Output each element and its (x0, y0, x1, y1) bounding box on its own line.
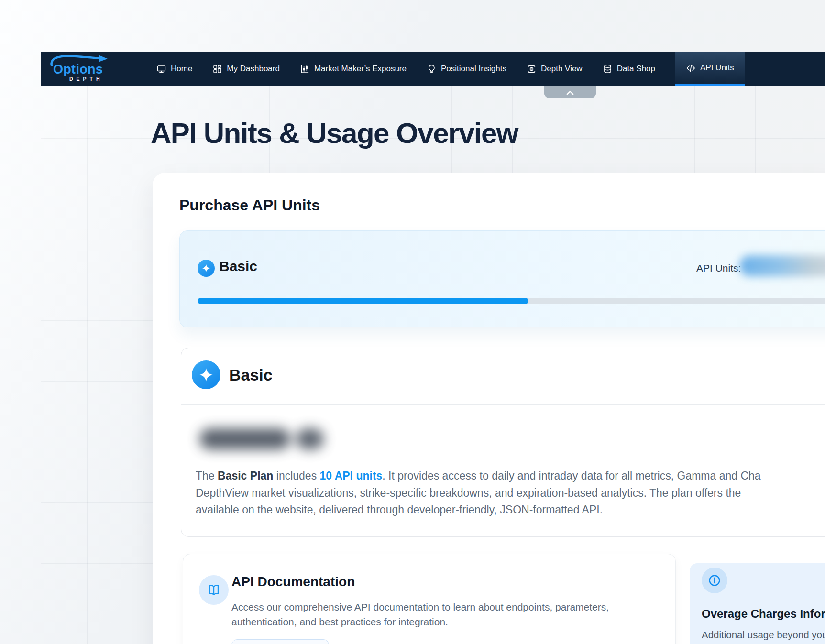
lightbulb-icon (427, 64, 437, 74)
database-icon (603, 64, 613, 74)
nav-label: My Dashboard (227, 64, 280, 74)
nav-item-my-dashboard[interactable]: My Dashboard (212, 64, 280, 74)
info-icon (708, 574, 721, 587)
redacted-blob (296, 428, 324, 449)
plan-badge-icon (198, 260, 215, 277)
plan-detail-header: Basic (181, 348, 825, 405)
plan-price-redacted (199, 418, 325, 459)
nav-item-api-units-active[interactable]: API Units (675, 52, 745, 86)
doc-icon-circle (199, 575, 229, 605)
top-navbar: Options DEPTH Home My Dashboard (41, 52, 825, 86)
sparkle-icon (199, 368, 213, 382)
brand-name: Options (53, 62, 103, 77)
nav-label: Market Maker’s Exposure (314, 64, 407, 74)
code-icon (686, 63, 696, 73)
depth-eye-icon (527, 64, 537, 74)
nav-item-home[interactable]: Home (156, 64, 192, 74)
monitor-icon (156, 64, 166, 74)
plan-description-line-2: DepthView market visualizations, strike-… (196, 485, 825, 502)
nav-item-market-makers-exposure[interactable]: Market Maker’s Exposure (300, 64, 407, 74)
nav-label: API Units (700, 63, 734, 73)
doc-body: Access our comprehensive API documentati… (231, 600, 609, 629)
plan-name: Basic (219, 258, 257, 274)
overage-title: Overage Charges Information (702, 607, 825, 621)
brand-subname: DEPTH (69, 76, 103, 82)
nav-item-depth-view[interactable]: Depth View (527, 64, 583, 74)
brand-logo[interactable]: Options DEPTH (47, 52, 119, 86)
candlestick-icon (300, 64, 310, 74)
api-documentation-card: API Documentation Access our comprehensi… (183, 554, 676, 644)
nav-label: Depth View (541, 64, 583, 74)
nav-label: Data Shop (617, 64, 655, 74)
redacted-blob (199, 428, 290, 449)
view-documentation-button-partial[interactable] (231, 639, 329, 644)
open-book-icon (207, 583, 221, 597)
chevron-up-icon (565, 89, 575, 96)
sparkle-icon (202, 264, 210, 273)
plan-title: Basic (229, 366, 273, 384)
api-usage-progress (198, 298, 825, 304)
plan-description-line-3: available on the website, delivered thro… (196, 502, 825, 519)
api-units-value-redacted (739, 255, 825, 276)
api-usage-panel: Basic API Units: (179, 230, 825, 327)
doc-body-line-1: Access our comprehensive API documentati… (231, 600, 609, 615)
doc-body-line-2: authentication, and best practices for i… (231, 615, 609, 630)
plan-detail-card: Basic The Basic Plan includes 10 API uni… (181, 348, 825, 537)
nav-label: Positional Insights (441, 64, 506, 74)
overage-icon-circle (702, 568, 727, 593)
plan-icon (192, 360, 220, 389)
api-usage-progress-fill (198, 298, 528, 304)
plan-description: The Basic Plan includes 10 API units. It… (196, 468, 825, 519)
nav-label: Home (171, 64, 192, 74)
overage-body: Additional usage beyond your r (702, 629, 825, 641)
navbar-collapse-pill[interactable] (544, 86, 596, 98)
nav-item-data-shop[interactable]: Data Shop (603, 64, 655, 74)
purchase-section-card: Purchase API Units Basic API Units: (153, 173, 825, 644)
nav-item-positional-insights[interactable]: Positional Insights (427, 64, 506, 74)
plan-description-line-1: The Basic Plan includes 10 API units. It… (196, 468, 825, 485)
purchase-heading: Purchase API Units (179, 196, 320, 214)
overage-charges-card: Overage Charges Information Additional u… (690, 563, 825, 644)
nav-list: Home My Dashboard Market Maker’s Exposur… (156, 52, 745, 86)
doc-title: API Documentation (231, 574, 355, 589)
page-title: API Units & Usage Overview (151, 118, 518, 149)
dashboard-icon (212, 64, 222, 74)
api-units-label: API Units: (696, 262, 741, 274)
page: Options DEPTH Home My Dashboard (0, 0, 825, 644)
